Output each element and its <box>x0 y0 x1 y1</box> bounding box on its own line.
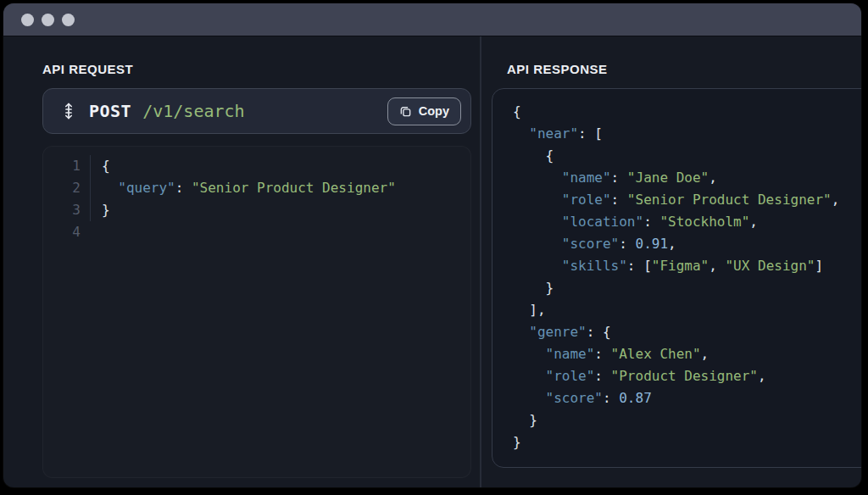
code-token <box>513 125 529 142</box>
code-token <box>513 147 546 164</box>
code-token: "Alex Chen" <box>611 346 701 362</box>
request-panel-title: API REQUEST <box>42 63 480 76</box>
code-token: "near" <box>529 125 578 142</box>
code-token: } <box>529 412 537 428</box>
code-token: 0.91 <box>636 236 669 252</box>
code-token: "Senior Product Designer" <box>627 192 832 208</box>
code-token <box>513 280 546 296</box>
code-line: "role": "Senior Product Designer", <box>513 189 861 211</box>
code-line <box>102 221 110 243</box>
code-line: ], <box>513 299 861 321</box>
code-line: "name": "Alex Chen", <box>513 343 861 365</box>
api-request-panel: API REQUEST POST /v1/search <box>3 36 480 487</box>
response-box: { "near": [ { "name": "Jane Doe", "role"… <box>492 88 861 468</box>
code-line: "role": "Product Designer", <box>513 365 861 387</box>
code-token <box>513 390 546 406</box>
code-token: , <box>758 368 766 384</box>
code-token <box>513 236 562 252</box>
code-line: { <box>513 101 861 123</box>
endpoint-bar: POST /v1/search Copy <box>42 88 471 134</box>
code-token: "name" <box>546 346 595 362</box>
code-token <box>513 214 562 230</box>
code-token: , <box>668 236 676 252</box>
http-method: POST <box>89 101 131 121</box>
gutter-separator <box>90 155 91 177</box>
code-token: : <box>594 346 610 362</box>
code-token: "UX Design" <box>725 258 815 274</box>
gutter-separator <box>90 177 91 199</box>
code-token: "score" <box>562 236 619 252</box>
line-number: 4 <box>58 221 81 243</box>
code-line: "score": 0.91, <box>513 233 861 255</box>
code-token: "Product Designer" <box>611 368 758 384</box>
code-line: } <box>513 277 861 299</box>
editor-line: 3} <box>43 199 470 221</box>
app-window: API REQUEST POST /v1/search <box>3 3 861 487</box>
code-line: "score": 0.87 <box>513 387 861 409</box>
code-token: "Senior Product Designer" <box>192 180 396 196</box>
code-line: "query": "Senior Product Designer" <box>102 177 396 199</box>
line-number: 3 <box>58 199 81 221</box>
code-token <box>513 412 529 428</box>
code-token: "genre" <box>529 324 586 340</box>
code-token: "location" <box>562 214 643 230</box>
code-token <box>513 258 562 274</box>
copy-button-label: Copy <box>419 104 449 118</box>
code-token: ] <box>815 258 823 274</box>
code-token: "role" <box>546 368 595 384</box>
code-token: "skills" <box>562 258 627 274</box>
code-token: , <box>709 258 725 274</box>
window-content: API REQUEST POST /v1/search <box>3 36 861 487</box>
code-line: "location": "Stockholm", <box>513 211 861 233</box>
window-control-dot[interactable] <box>21 14 34 26</box>
api-response-panel: API RESPONSE { "near": [ { "name": "Jane… <box>481 36 861 487</box>
code-token: , <box>709 170 717 186</box>
code-token: } <box>102 202 110 218</box>
code-token: ], <box>529 302 545 318</box>
code-token: "Figma" <box>652 258 709 274</box>
code-token <box>102 180 118 196</box>
window-titlebar <box>3 3 861 36</box>
gutter-separator <box>90 221 91 243</box>
code-line: { <box>513 145 861 167</box>
window-control-dot[interactable] <box>42 14 54 26</box>
endpoint-path: /v1/search <box>142 101 244 121</box>
vertical-arrows-icon <box>62 102 75 120</box>
code-line: } <box>513 431 861 453</box>
request-editor[interactable]: 1{2 "query": "Senior Product Designer"3}… <box>42 146 471 478</box>
code-token: "role" <box>562 192 611 208</box>
code-token: : [ <box>627 258 652 274</box>
code-token: { <box>546 147 554 164</box>
code-token: : <box>594 368 610 384</box>
code-line: { <box>102 155 110 177</box>
code-line: } <box>102 199 110 221</box>
code-token: , <box>749 214 758 230</box>
code-token: : <box>611 192 627 208</box>
code-token: "name" <box>562 170 611 186</box>
code-token <box>513 324 529 340</box>
code-token: "Stockholm" <box>659 214 749 230</box>
code-token: 0.87 <box>619 390 652 406</box>
copy-button[interactable]: Copy <box>387 97 461 125</box>
code-token: } <box>546 280 554 296</box>
code-token: : <box>611 170 627 186</box>
code-token: , <box>832 192 840 208</box>
copy-icon <box>399 105 412 118</box>
code-token <box>513 346 546 362</box>
code-token: } <box>513 434 521 450</box>
code-token: { <box>513 103 521 120</box>
gutter-separator <box>90 199 91 221</box>
editor-line: 2 "query": "Senior Product Designer" <box>43 177 470 199</box>
code-line: "name": "Jane Doe", <box>513 167 861 189</box>
response-code: { "near": [ { "name": "Jane Doe", "role"… <box>513 101 861 453</box>
line-number: 2 <box>58 177 81 199</box>
code-token <box>513 170 562 186</box>
code-token: : <box>603 390 619 406</box>
code-token <box>513 192 562 208</box>
window-control-dot[interactable] <box>62 14 75 26</box>
code-token: : <box>643 214 659 230</box>
line-number: 1 <box>58 155 81 177</box>
editor-line: 1{ <box>43 155 470 177</box>
code-token <box>513 302 529 318</box>
editor-line: 4 <box>43 221 470 243</box>
